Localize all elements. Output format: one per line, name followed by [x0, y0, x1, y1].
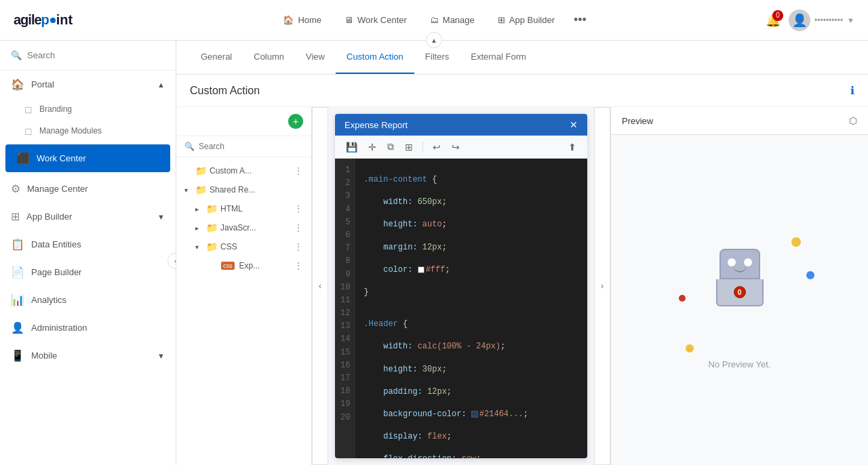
user-area[interactable]: 👤 •••••••••• ▼ [789, 9, 854, 31]
more-icon4[interactable]: ⋮ [294, 241, 303, 252]
search-icon2: 🔍 [184, 142, 195, 151]
nav-home[interactable]: 🏠 Home [273, 9, 331, 31]
sidebar-item-page-builder[interactable]: 📄 Page Builder [0, 258, 176, 286]
sidebar-item-branding[interactable]: ◻ Branding [14, 98, 176, 120]
code-content: .main-content { width: 650px; height: au… [355, 159, 538, 458]
nav-manage[interactable]: 🗂 Manage [420, 9, 484, 31]
tab-column[interactable]: Column [243, 41, 295, 74]
more-button[interactable]: ••• [568, 10, 592, 30]
sidebar-item-administration[interactable]: 👤 Administration [0, 314, 176, 342]
redo-tool-button[interactable]: ↪ [449, 140, 462, 154]
left-panel: + 🔍 📁 Custom A... ⋮ [176, 107, 312, 465]
folder-icon5: 📁 [206, 241, 218, 252]
editor-toolbar: 💾 ✛ ⧉ ⊞ ↩ ↪ ⬆ [335, 136, 587, 159]
tree-item-css[interactable]: ▾ 📁 CSS ⋮ [176, 237, 311, 256]
tab-external-form[interactable]: External Form [460, 41, 537, 74]
tab-general[interactable]: General [190, 41, 243, 74]
folder-icon: 📁 [195, 165, 207, 176]
tree-item-custom-a[interactable]: 📁 Custom A... ⋮ [176, 161, 311, 180]
user-icon: 👤 [792, 13, 807, 28]
monitor-icon: 🖥 [344, 15, 353, 25]
save-tool-button[interactable]: 💾 [343, 140, 360, 154]
folder-icon4: 📁 [206, 222, 218, 233]
sidebar-analytics-label: Analytics [31, 295, 66, 305]
tree-item-exp-css[interactable]: css Exp... ⋮ [176, 256, 311, 275]
sidebar-search-area: 🔍 [0, 41, 176, 70]
more-icon2[interactable]: ⋮ [294, 203, 303, 214]
panel-arrow-right[interactable]: › [594, 107, 610, 465]
data-entities-icon: 📋 [11, 238, 24, 251]
css-file-badge: css [221, 262, 235, 270]
chevron-down-icon: ▼ [157, 213, 165, 221]
tree-item-css-label: CSS [220, 242, 291, 251]
sidebar-item-manage-modules[interactable]: ◻ Manage Modules [14, 120, 176, 142]
more-icon5[interactable]: ⋮ [294, 260, 303, 271]
more-icon[interactable]: ⋮ [294, 165, 303, 176]
nav-items: 🏠 Home 🖥 Work Center 🗂 Manage ⊞ App Buil… [100, 9, 766, 31]
add-button[interactable]: + [288, 114, 303, 129]
nav-appbuilder[interactable]: ⊞ App Builder [488, 9, 564, 31]
file-search-input[interactable] [199, 142, 303, 151]
middle-panel: Expense Report ✕ 💾 ✛ ⧉ ⊞ ↩ ↪ ⬆ [328, 107, 594, 465]
logo[interactable]: agilepint [14, 12, 73, 28]
preview-body: 0 No Preview Yet. [611, 135, 868, 465]
sidebar-item-app-builder[interactable]: ⊞ App Builder ▼ [0, 203, 176, 230]
grid-icon: ⊞ [498, 15, 505, 25]
line-numbers: 1 2 3 4 5 6 7 8 9 10 11 [335, 159, 355, 458]
decoration-dot-yellow [791, 237, 801, 247]
decoration-dot-blue [806, 271, 814, 279]
sidebar-app-builder-label: App Builder [26, 211, 72, 222]
sidebar-page-builder-label: Page Builder [31, 267, 81, 277]
preview-header: Preview ⬡ [611, 107, 868, 135]
paste-tool-button[interactable]: ⊞ [402, 140, 416, 154]
panel-header: + [176, 107, 311, 136]
sidebar-item-data-entities[interactable]: 📋 Data Entities [0, 230, 176, 258]
folder-icon3: 📁 [206, 203, 218, 214]
workcenter-icon: ⬛ [16, 152, 30, 165]
tree-item-shared-re[interactable]: ▾ 📁 Shared Re... [176, 180, 311, 199]
user-name: •••••••••• [814, 16, 843, 25]
tab-view[interactable]: View [295, 41, 336, 74]
nav-right: 🔔 0 👤 •••••••••• ▼ [766, 9, 854, 31]
code-editor-area[interactable]: 1 2 3 4 5 6 7 8 9 10 11 [335, 159, 587, 458]
undo-tool-button[interactable]: ↩ [430, 140, 443, 154]
tree-item-exp-label: Exp... [239, 261, 292, 270]
modal-close-button[interactable]: ✕ [570, 119, 578, 130]
content-body: Custom Action ℹ + 🔍 [176, 75, 868, 465]
sidebar-workcenter-label: Work Center [37, 153, 86, 163]
briefcase-icon: 🗂 [430, 15, 439, 25]
panel-arrow-left[interactable]: ‹ [312, 107, 328, 465]
sidebar-search-input[interactable] [27, 50, 165, 60]
sidebar-portal-label: Portal [31, 79, 54, 89]
preview-expand-button[interactable]: ⬡ [849, 115, 857, 126]
notification-badge: 0 [772, 10, 783, 21]
sidebar-item-manage-center[interactable]: ⚙ Manage Center [0, 175, 176, 203]
sidebar-item-portal[interactable]: 🏠 Portal ▲ [0, 70, 176, 98]
collapse-topnav-button[interactable]: ▲ [426, 32, 442, 48]
portal-icon: 🏠 [11, 78, 24, 91]
chevron-right-icon: ▸ [195, 205, 203, 213]
anchor-tool-button[interactable]: ✛ [366, 140, 379, 154]
copy-tool-button[interactable]: ⧉ [384, 140, 397, 154]
notifications-button[interactable]: 🔔 0 [766, 13, 781, 28]
tree-item-label: Custom A... [210, 166, 291, 176]
nav-workcenter[interactable]: 🖥 Work Center [335, 9, 416, 31]
tree-item-javascr[interactable]: ▸ 📁 JavaScr... ⋮ [176, 218, 311, 237]
tree-item-html[interactable]: ▸ 📁 HTML ⋮ [176, 199, 311, 218]
sidebar-item-workcenter[interactable]: ⬛ Work Center [5, 144, 170, 172]
sidebar-item-mobile[interactable]: 📱 Mobile ▼ [0, 342, 176, 369]
modal-header: Expense Report ✕ [335, 114, 587, 136]
info-icon[interactable]: ℹ [850, 84, 854, 97]
chevron-right-icon2: ▸ [195, 224, 203, 232]
sidebar-item-analytics[interactable]: 📊 Analytics [0, 286, 176, 314]
sidebar-mobile-label: Mobile [31, 350, 57, 361]
section-title: Custom Action [190, 85, 260, 97]
tab-custom-action[interactable]: Custom Action [336, 41, 414, 74]
sidebar-data-entities-label: Data Entities [31, 239, 81, 249]
chevron-down-icon4: ▾ [195, 243, 203, 251]
chevron-down-icon: ▼ [847, 16, 854, 24]
preview-title: Preview [622, 116, 653, 126]
more-icon3[interactable]: ⋮ [294, 222, 303, 233]
upload-tool-button[interactable]: ⬆ [566, 140, 579, 154]
app-builder-icon: ⊞ [11, 210, 20, 223]
